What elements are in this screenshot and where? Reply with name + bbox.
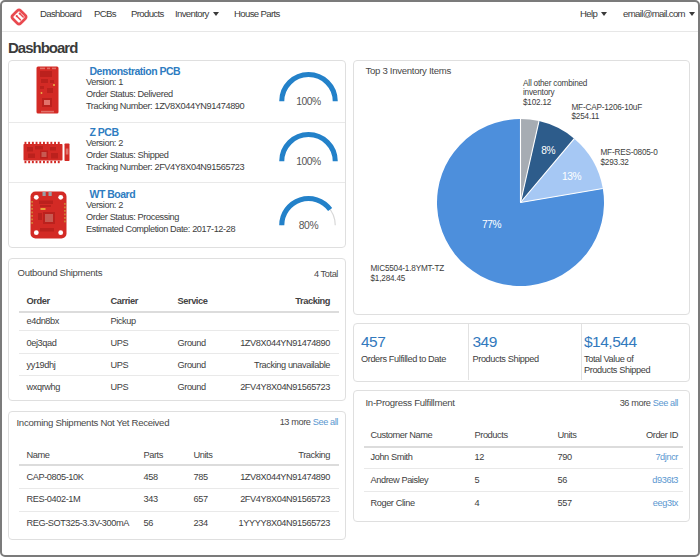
- svg-text:8%: 8%: [541, 145, 555, 156]
- svg-text:100%: 100%: [296, 156, 321, 167]
- svg-text:13%: 13%: [561, 170, 581, 181]
- svg-text:100%: 100%: [296, 96, 321, 107]
- svg-text:77%: 77%: [481, 219, 501, 230]
- svg-text:80%: 80%: [298, 220, 318, 231]
